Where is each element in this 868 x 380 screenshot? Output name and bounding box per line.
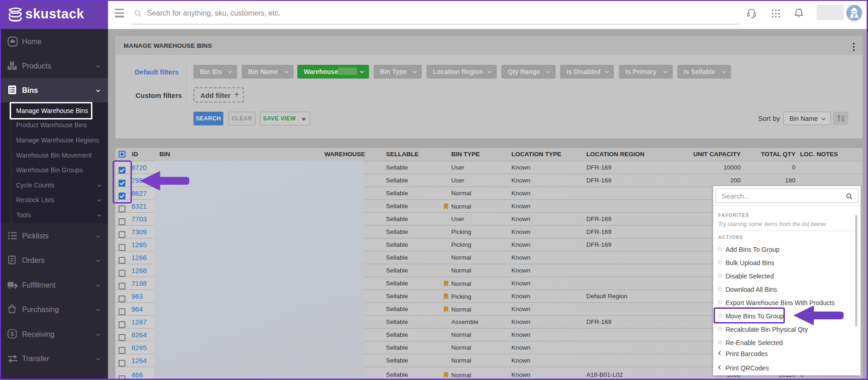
svg-text:$: $: [11, 331, 14, 337]
